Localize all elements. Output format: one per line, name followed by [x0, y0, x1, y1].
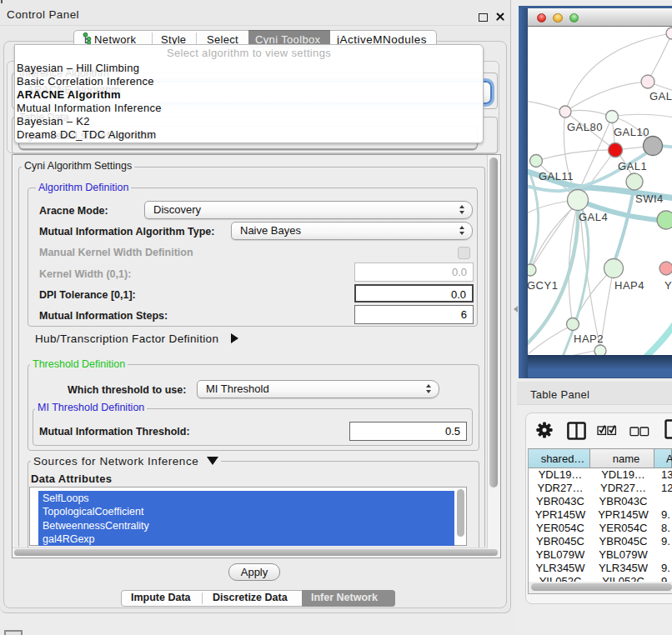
svg-text:GAL10: GAL10 — [614, 126, 649, 138]
svg-text:Y: Y — [664, 279, 672, 292]
svg-text:GAL1: GAL1 — [618, 160, 647, 172]
svg-text:GAL: GAL — [649, 90, 672, 102]
svg-text:GAL80: GAL80 — [567, 121, 603, 133]
svg-text:GCY1: GCY1 — [528, 279, 558, 292]
svg-text:SWI4: SWI4 — [635, 192, 664, 205]
svg-text:GAL4: GAL4 — [579, 211, 608, 223]
svg-text:GAL11: GAL11 — [539, 170, 574, 182]
svg-text:HAP4: HAP4 — [614, 279, 644, 292]
svg-text:HAP2: HAP2 — [574, 332, 604, 345]
